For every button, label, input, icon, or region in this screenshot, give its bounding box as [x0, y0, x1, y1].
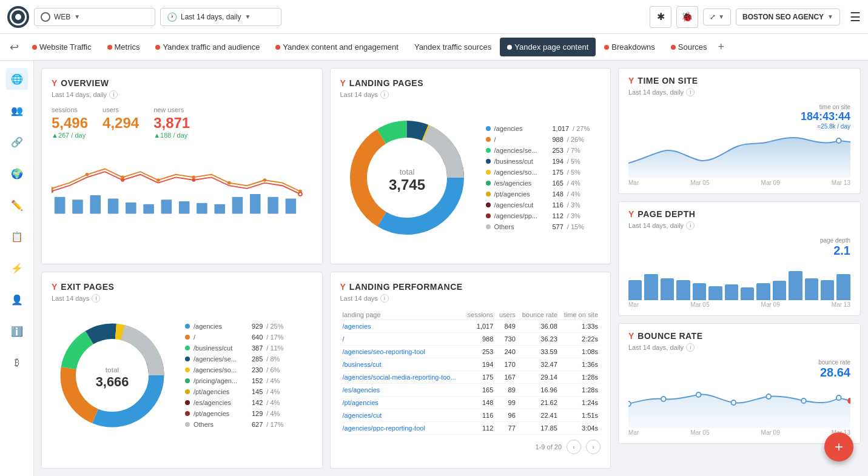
legend-item: /pt/agencies 129 / 4% — [185, 410, 284, 417]
web-label: WEB — [54, 13, 70, 21]
tab-yandex-content[interactable]: Yandex content and engagement — [268, 38, 406, 56]
legend-name: /pt/agencies — [494, 190, 549, 198]
table-row[interactable]: /es/agencies 165 89 16.96 1:28s — [340, 383, 601, 396]
legend-name: /business/cut — [494, 158, 549, 165]
cell-sessions: 988 — [463, 332, 496, 345]
pagination: 1-9 of 20 ‹ › — [340, 435, 601, 454]
info-icon[interactable]: i — [380, 90, 389, 99]
date-selector[interactable]: 🕐 Last 14 days, daily ▼ — [160, 8, 281, 26]
info-icon[interactable]: i — [92, 294, 100, 303]
cell-page: /agencies/seo-reporting-tool — [340, 345, 464, 358]
legend-dot — [185, 357, 190, 361]
table-row[interactable]: /agencies/cut 116 96 22.41 1:51s — [340, 409, 601, 421]
svg-point-11 — [298, 192, 302, 196]
tab-yandex-traffic[interactable]: Yandex traffic and audience — [148, 38, 267, 56]
info-icon[interactable]: i — [380, 294, 389, 303]
right-panel: Y TIME ON SITE Last 14 days, daily i tim… — [618, 68, 861, 469]
cell-time: 1:36s — [560, 358, 601, 370]
col-time: time on site — [560, 310, 601, 320]
table-row[interactable]: /agencies/social-media-reporting-too... … — [340, 370, 601, 383]
tab-breakdowns[interactable]: Breakdowns — [597, 38, 662, 56]
cell-bounce: 33.59 — [518, 345, 560, 358]
cell-users: 240 — [496, 345, 517, 358]
sidebar-icon-users[interactable]: 👥 — [6, 99, 28, 121]
bug-icon[interactable]: 🐞 — [676, 6, 698, 28]
svg-rect-20 — [197, 203, 207, 214]
svg-rect-23 — [250, 194, 261, 213]
web-selector[interactable]: WEB ▼ — [34, 8, 155, 26]
tab-sources[interactable]: Sources — [664, 38, 715, 56]
sidebar-icon-crypto[interactable]: ₿ — [6, 352, 28, 374]
cell-users: 167 — [496, 370, 517, 383]
cell-bounce: 36.23 — [518, 332, 560, 345]
bar — [741, 287, 754, 300]
legend-val: 285 — [252, 355, 263, 363]
bar — [628, 280, 642, 300]
next-page-button[interactable]: › — [586, 440, 601, 454]
share-icon: ⤢ — [710, 13, 716, 21]
agency-selector[interactable]: BOSTON SEO AGENCY ▼ — [736, 8, 840, 25]
info-icon[interactable]: i — [109, 90, 118, 99]
share-button[interactable]: ⤢ ▼ — [703, 8, 731, 25]
legend-pct: / 8% — [266, 355, 280, 363]
svg-rect-13 — [72, 199, 83, 213]
sidebar-icon-edit[interactable]: ✏️ — [6, 194, 28, 216]
tab-yandex-page[interactable]: Yandex page content — [500, 38, 596, 56]
legend-dot — [486, 203, 491, 207]
table-row[interactable]: /agencies/seo-reporting-tool 253 240 33.… — [340, 345, 601, 358]
sidebar-icon-link[interactable]: 🔗 — [6, 131, 28, 153]
legend-val: 253 — [553, 147, 564, 154]
cell-sessions: 194 — [463, 358, 496, 370]
sidebar-icon-bolt[interactable]: ⚡ — [6, 257, 28, 279]
info-icon[interactable]: i — [686, 343, 695, 352]
col-bounce: bounce rate — [518, 310, 560, 320]
tab-metrics[interactable]: Metrics — [100, 38, 147, 56]
svg-point-40 — [661, 397, 666, 401]
sidebar-icon-info[interactable]: ℹ️ — [6, 320, 28, 342]
landing-pages-subtitle: Last 14 days — [340, 91, 378, 98]
table-row[interactable]: /business/cut 194 170 32.47 1:36s — [340, 358, 601, 370]
svg-rect-17 — [143, 204, 154, 214]
exit-pages-title: EXIT PAGES — [61, 282, 114, 292]
cell-sessions: 165 — [463, 383, 496, 396]
legend-item: Others 627 / 17% — [185, 421, 284, 428]
cell-bounce: 29.14 — [518, 370, 560, 383]
table-row[interactable]: /pt/agencies 148 99 21.62 1:24s — [340, 396, 601, 409]
legend-item: /pricing/agen... 152 / 4% — [185, 377, 284, 384]
info-icon[interactable]: i — [686, 221, 695, 230]
table-row[interactable]: /agencies/ppc-reporting-tool 112 77 17.8… — [340, 421, 601, 434]
sidebar-icon-globe[interactable]: 🌐 — [6, 68, 28, 90]
legend-val: 387 — [252, 344, 263, 352]
sidebar-icon-clipboard[interactable]: 📋 — [6, 226, 28, 247]
nav-back-button[interactable]: ↩ — [5, 41, 24, 54]
legend-item: /agencies/se... 253 / 7% — [486, 147, 590, 154]
new-users-change: ▲188 / day — [153, 132, 190, 139]
web-icon — [41, 12, 50, 22]
star-icon[interactable]: ✱ — [650, 6, 671, 28]
info-icon[interactable]: i — [686, 88, 695, 96]
bar — [836, 274, 850, 300]
page-depth-bars — [628, 258, 850, 300]
overview-card: Y OVERVIEW Last 14 days, daily i session… — [41, 68, 323, 264]
menu-button[interactable]: ☰ — [850, 10, 861, 24]
users-metric: users 4,294 — [103, 106, 139, 139]
tab-yandex-sources[interactable]: Yandex traffic sources — [407, 38, 499, 56]
legend-val: 1,017 — [553, 125, 570, 132]
table-row[interactable]: /agencies 1,017 849 36.08 1:33s — [340, 320, 601, 332]
cell-users: 849 — [496, 320, 517, 332]
logo[interactable] — [7, 6, 29, 28]
sidebar-icon-user[interactable]: 👤 — [6, 289, 28, 310]
add-tab-button[interactable]: + — [718, 41, 725, 53]
tab-dot — [32, 45, 37, 50]
prev-page-button[interactable]: ‹ — [567, 440, 581, 454]
col-sessions: sessions — [463, 310, 496, 320]
cell-bounce: 22.41 — [518, 409, 560, 421]
sidebar-icon-world[interactable]: 🌍 — [6, 163, 28, 184]
tab-website-traffic[interactable]: Website Traffic — [25, 38, 99, 56]
table-row[interactable]: / 988 730 36.23 2:22s — [340, 332, 601, 345]
bounce-rate-title: BOUNCE RATE — [638, 331, 702, 341]
legend-val: 194 — [553, 158, 564, 165]
legend-dot — [185, 367, 190, 372]
fab-button[interactable]: + — [824, 432, 853, 461]
cell-bounce: 32.47 — [518, 358, 560, 370]
